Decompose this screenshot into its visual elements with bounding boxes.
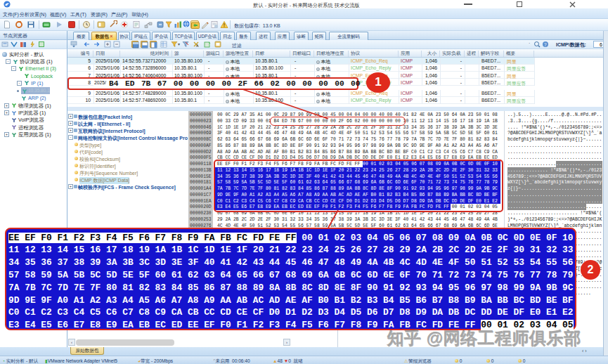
svg-text:?: ? <box>544 42 547 47</box>
svg-text:A: A <box>196 44 199 48</box>
